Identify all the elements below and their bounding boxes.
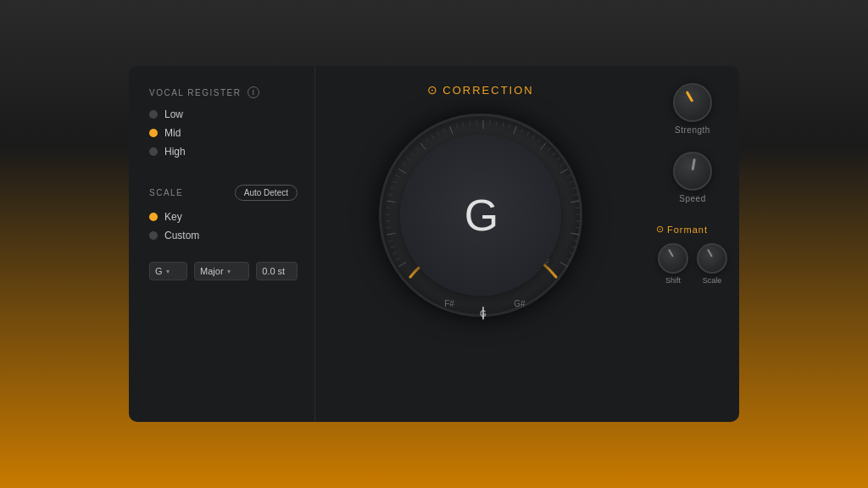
svg-line-18 <box>411 152 415 155</box>
register-mid-item[interactable]: Mid <box>149 127 298 139</box>
formant-scale-label: Scale <box>703 276 722 285</box>
svg-line-51 <box>576 208 580 208</box>
svg-line-0 <box>398 263 406 267</box>
cents-dropdown[interactable]: 0.0 st <box>256 262 298 280</box>
correction-title: CORRECTION <box>442 84 533 97</box>
note-display: G <box>465 190 497 241</box>
scale-key-item[interactable]: Key <box>149 211 298 223</box>
svg-line-15 <box>398 169 406 174</box>
plugin-panel: VOCAL REGISTER i Low Mid High SCALE Auto… <box>129 66 739 422</box>
note-gsharp-label: G# <box>514 299 526 308</box>
svg-line-25 <box>450 126 453 134</box>
correction-header: ⊙ CORRECTION <box>427 83 533 97</box>
strength-knob-section: Strength <box>673 83 712 135</box>
svg-line-4 <box>388 241 392 241</box>
key-dropdown[interactable]: G ▾ <box>149 262 187 280</box>
svg-line-41 <box>548 147 550 151</box>
scale-custom-item[interactable]: Custom <box>149 230 298 241</box>
svg-line-9 <box>387 208 391 208</box>
svg-line-1 <box>396 258 399 260</box>
svg-line-16 <box>403 164 406 166</box>
scale-knob-col: Scale <box>697 243 727 285</box>
left-panel: VOCAL REGISTER i Low Mid High SCALE Auto… <box>129 66 315 422</box>
shift-knob[interactable] <box>658 243 688 274</box>
formant-icon: ⊙ <box>656 224 664 235</box>
svg-line-37 <box>527 131 529 135</box>
vocal-register-section: VOCAL REGISTER i <box>149 86 298 98</box>
scale-title: SCALE <box>149 188 183 197</box>
register-low-label: Low <box>164 108 183 120</box>
register-low-dot <box>149 110 158 119</box>
scale-type-value: Major <box>200 266 224 276</box>
svg-line-60 <box>560 263 568 267</box>
svg-line-39 <box>538 139 541 142</box>
speed-knob-indicator <box>692 158 696 170</box>
scale-custom-dot <box>149 231 158 240</box>
strength-knob-indicator <box>686 91 694 103</box>
svg-line-5 <box>387 233 396 235</box>
svg-line-22 <box>431 135 434 138</box>
register-high-item[interactable]: High <box>149 146 298 158</box>
svg-line-32 <box>496 121 497 125</box>
register-high-label: High <box>164 146 186 158</box>
note-fsharp-label: F# <box>444 299 454 308</box>
shift-label: Shift <box>665 276 681 285</box>
svg-line-27 <box>463 123 464 127</box>
svg-line-3 <box>391 247 395 248</box>
svg-line-24 <box>443 129 445 133</box>
shift-knob-col: Shift <box>658 243 688 285</box>
scale-key-label: Key <box>164 211 182 223</box>
scale-controls: G ▾ Major ▾ 0.0 st <box>149 262 298 280</box>
shift-knob-indicator <box>668 249 674 258</box>
svg-line-56 <box>574 241 578 241</box>
svg-line-26 <box>456 124 457 128</box>
svg-line-17 <box>406 158 409 160</box>
vocal-register-title: VOCAL REGISTER <box>149 88 241 97</box>
formant-scale-knob[interactable] <box>697 243 727 274</box>
center-panel: ⊙ CORRECTION b # F# G# <box>315 66 646 422</box>
register-high-dot <box>149 147 158 156</box>
cents-value: 0.0 st <box>262 266 285 276</box>
scale-section: SCALE Auto Detect Key Custom G ▾ <box>149 185 298 280</box>
scale-custom-label: Custom <box>164 230 199 241</box>
strength-knob[interactable] <box>673 83 712 122</box>
formant-knobs-group: Shift Scale <box>658 243 727 285</box>
tuner-inner-circle: G <box>400 135 561 296</box>
vocal-register-info-icon[interactable]: i <box>248 86 259 98</box>
svg-line-50 <box>570 201 579 202</box>
scale-type-dropdown[interactable]: Major ▾ <box>194 262 249 280</box>
register-low-item[interactable]: Low <box>149 108 298 120</box>
svg-line-14 <box>396 175 399 177</box>
svg-line-2 <box>392 252 397 254</box>
register-mid-dot <box>149 129 158 137</box>
svg-line-28 <box>470 121 470 125</box>
svg-line-55 <box>570 233 579 235</box>
svg-line-54 <box>576 227 580 228</box>
speed-knob-section: Speed <box>673 152 712 203</box>
svg-line-34 <box>509 124 509 128</box>
svg-line-44 <box>560 164 564 166</box>
scale-chevron-icon: ▾ <box>227 268 231 275</box>
svg-line-48 <box>572 187 576 189</box>
key-chevron-icon: ▾ <box>166 268 170 275</box>
speed-knob[interactable] <box>673 152 712 191</box>
svg-line-46 <box>567 175 570 177</box>
auto-detect-button[interactable]: Auto Detect <box>235 185 298 201</box>
svg-line-45 <box>560 169 568 174</box>
svg-line-35 <box>514 126 516 134</box>
key-value: G <box>155 266 163 276</box>
svg-line-11 <box>388 194 392 195</box>
svg-line-38 <box>532 135 535 138</box>
scale-key-dot <box>149 213 158 221</box>
svg-line-6 <box>387 227 391 228</box>
svg-line-47 <box>570 181 574 183</box>
speed-label: Speed <box>679 194 705 203</box>
strength-label: Strength <box>675 125 710 135</box>
svg-line-40 <box>540 143 545 150</box>
correction-icon: ⊙ <box>427 83 437 97</box>
svg-line-43 <box>557 158 560 160</box>
svg-line-57 <box>572 247 576 248</box>
svg-line-42 <box>553 152 556 155</box>
formant-label: Formant <box>667 225 708 235</box>
svg-line-20 <box>420 143 426 150</box>
